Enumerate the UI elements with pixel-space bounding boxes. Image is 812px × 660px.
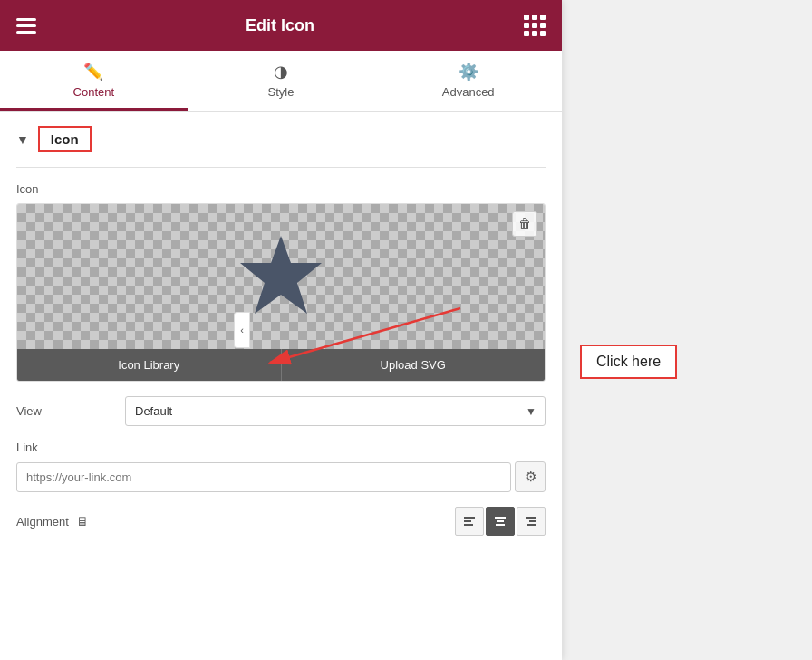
icon-preview-wrapper: 🗑 Icon Library Upload SVG xyxy=(16,203,546,382)
view-label: View xyxy=(16,404,125,418)
align-right-button[interactable] xyxy=(517,507,546,536)
link-label: Link xyxy=(16,441,546,454)
link-input-row: ⚙ xyxy=(16,461,546,492)
svg-rect-5 xyxy=(497,520,504,522)
svg-rect-3 xyxy=(464,524,473,526)
svg-rect-6 xyxy=(496,524,505,526)
alignment-label: Alignment xyxy=(16,515,69,529)
divider xyxy=(16,167,546,168)
svg-rect-1 xyxy=(464,517,475,519)
align-left-icon xyxy=(463,515,476,528)
tab-style[interactable]: ◑ Style xyxy=(188,51,375,111)
section-toggle[interactable]: ▼ xyxy=(16,132,29,147)
tab-content[interactable]: ✏️ Content xyxy=(0,51,188,111)
gear-icon: ⚙️ xyxy=(459,62,478,82)
trash-icon: 🗑 xyxy=(518,217,531,231)
content-area: ▼ Icon Icon 🗑 Icon Library xyxy=(0,112,562,660)
link-settings-button[interactable]: ⚙ xyxy=(515,461,546,492)
annotation: Click here xyxy=(580,345,677,379)
monitor-icon: 🖥 xyxy=(76,514,89,529)
align-buttons xyxy=(455,507,546,536)
view-row: View Default Stacked Framed ▼ xyxy=(16,396,546,426)
link-input[interactable] xyxy=(16,462,511,492)
tab-advanced[interactable]: ⚙️ Advanced xyxy=(374,51,562,111)
hamburger-icon[interactable] xyxy=(16,18,36,34)
svg-rect-9 xyxy=(527,524,536,526)
panel-container: Edit Icon ✏️ Content ◑ Style ⚙️ Advanced xyxy=(0,0,812,660)
click-here-box: Click here xyxy=(580,345,677,379)
section-header: ▼ Icon xyxy=(16,126,546,152)
header: Edit Icon xyxy=(0,0,562,51)
star-icon xyxy=(236,231,326,322)
svg-rect-4 xyxy=(495,517,506,519)
svg-rect-8 xyxy=(529,520,536,522)
collapse-sidebar-button[interactable]: ‹ xyxy=(234,312,250,348)
view-select-wrapper: Default Stacked Framed ▼ xyxy=(125,396,546,426)
icon-library-button[interactable]: Icon Library xyxy=(17,349,282,381)
svg-marker-0 xyxy=(240,236,322,314)
contrast-icon: ◑ xyxy=(274,62,288,82)
checkered-bg: 🗑 xyxy=(17,204,545,349)
grid-icon[interactable] xyxy=(524,15,546,36)
section-title: Icon xyxy=(38,126,92,152)
settings-icon: ⚙ xyxy=(525,469,536,485)
align-left-button[interactable] xyxy=(455,507,484,536)
alignment-row: Alignment 🖥 xyxy=(16,507,546,536)
view-select[interactable]: Default Stacked Framed xyxy=(125,396,546,426)
svg-rect-7 xyxy=(526,517,536,519)
upload-svg-button[interactable]: Upload SVG xyxy=(282,349,546,381)
tabs: ✏️ Content ◑ Style ⚙️ Advanced xyxy=(0,51,562,112)
pencil-icon: ✏️ xyxy=(83,62,103,82)
svg-rect-2 xyxy=(464,520,471,522)
align-center-button[interactable] xyxy=(486,507,515,536)
align-center-icon xyxy=(494,515,507,528)
align-right-icon xyxy=(525,515,537,528)
icon-actions: Icon Library Upload SVG xyxy=(17,349,545,381)
header-title: Edit Icon xyxy=(246,16,314,35)
icon-field-label: Icon xyxy=(16,182,546,196)
trash-button[interactable]: 🗑 xyxy=(512,211,537,237)
sidebar: Edit Icon ✏️ Content ◑ Style ⚙️ Advanced xyxy=(0,0,562,660)
